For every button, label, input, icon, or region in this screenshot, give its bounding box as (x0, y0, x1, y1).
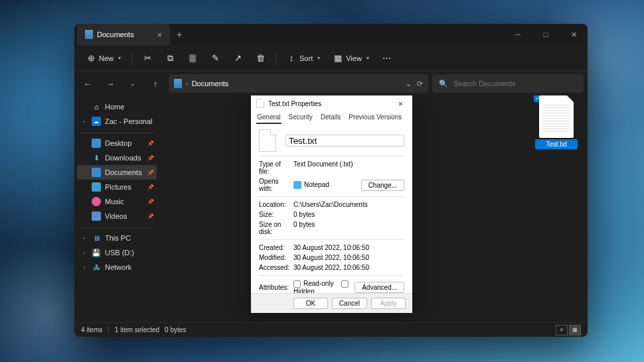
plus-circle-icon: ⊕ (86, 54, 96, 63)
new-tab-button[interactable]: + (177, 29, 182, 40)
advanced-button[interactable]: Advanced... (355, 282, 404, 293)
view-button[interactable]: ▦View▾ (328, 50, 374, 66)
search-bar[interactable]: 🔍 (432, 74, 584, 93)
file-name-label: Test.txt (535, 139, 578, 149)
size-value: 0 bytes (293, 211, 404, 218)
up-button[interactable]: ↑ (146, 74, 165, 93)
chevron-right-icon[interactable]: › (81, 119, 88, 125)
search-icon: 🔍 (439, 80, 448, 88)
sidebar-item-pictures[interactable]: Pictures📌 (77, 180, 157, 194)
dialog-close-button[interactable]: × (394, 97, 407, 110)
ok-button[interactable]: OK (293, 298, 328, 309)
tab-close-icon[interactable]: × (157, 30, 162, 40)
downloads-icon: ⬇ (92, 153, 101, 162)
hidden-label: Hidden (293, 288, 315, 293)
type-label: Type of file: (259, 160, 291, 175)
opens-with-value: Notepad (304, 181, 329, 188)
sidebar: ⌂Home ›☁Zac - Personal Desktop📌 ⬇Downloa… (74, 95, 159, 322)
created-value: 30 August 2022, 10:06:50 (293, 244, 404, 251)
filename-input[interactable] (285, 135, 404, 147)
copy-button[interactable]: ⧉ (160, 50, 180, 66)
change-button[interactable]: Change... (361, 180, 404, 191)
minimize-button[interactable]: ─ (504, 24, 532, 45)
readonly-checkbox[interactable] (293, 280, 301, 288)
cancel-button[interactable]: Cancel (332, 298, 367, 309)
share-button[interactable]: ↗ (228, 50, 248, 66)
status-selected: 1 item selected (115, 326, 159, 333)
tab-documents[interactable]: Documents × (77, 24, 170, 45)
created-label: Created: (259, 244, 291, 251)
titlebar: Documents × + ─ □ ✕ (74, 24, 588, 45)
file-explorer-window: Documents × + ─ □ ✕ ⊕New▾ ✂ ⧉ 📋 ✎ ↗ 🗑 ↕S… (74, 24, 588, 337)
chevron-right-icon: › (186, 81, 188, 87)
maximize-button[interactable]: □ (532, 24, 560, 45)
sidebar-item-videos[interactable]: Videos📌 (77, 209, 157, 223)
tab-details[interactable]: Details (320, 111, 342, 124)
sort-button[interactable]: ↕Sort▾ (282, 50, 325, 66)
toolbar: ⊕New▾ ✂ ⧉ 📋 ✎ ↗ 🗑 ↕Sort▾ ▦View▾ ⋯ (74, 45, 588, 72)
forward-button[interactable]: → (101, 74, 120, 93)
chevron-right-icon[interactable]: › (81, 265, 88, 271)
home-icon: ⌂ (92, 102, 101, 111)
paste-button[interactable]: 📋 (183, 50, 202, 66)
dialog-tabs: General Security Details Previous Versio… (251, 111, 412, 124)
dialog-title: Test.txt Properties (268, 100, 321, 107)
dialog-titlebar[interactable]: Test.txt Properties × (251, 95, 412, 111)
music-icon (92, 197, 101, 206)
chevron-right-icon[interactable]: › (81, 235, 88, 241)
close-window-button[interactable]: ✕ (560, 24, 588, 45)
sidebar-item-usb[interactable]: ›💾USB (D:) (77, 245, 157, 260)
chevron-down-icon: ▾ (118, 55, 121, 61)
sidebar-item-desktop[interactable]: Desktop📌 (77, 136, 157, 151)
documents-icon (92, 168, 101, 177)
more-button[interactable]: ⋯ (377, 50, 397, 66)
sidebar-item-documents[interactable]: Documents📌 (77, 165, 157, 180)
sidebar-item-network[interactable]: ›🖧Network (77, 260, 157, 274)
onedrive-icon: ☁ (92, 117, 101, 126)
sidebar-item-onedrive[interactable]: ›☁Zac - Personal (77, 114, 157, 129)
recent-button[interactable]: ⌄ (123, 74, 142, 93)
attributes-label: Attributes: (259, 284, 291, 291)
file-thumbnail (539, 95, 574, 138)
file-large-icon (259, 129, 276, 152)
pictures-icon (92, 182, 101, 192)
videos-icon (92, 211, 101, 221)
new-button[interactable]: ⊕New▾ (81, 50, 126, 66)
tab-previous-versions[interactable]: Previous Versions (348, 111, 402, 124)
breadcrumb[interactable]: Documents (192, 80, 229, 88)
pin-icon: 📌 (147, 184, 154, 190)
dialog-footer: OK Cancel Apply (251, 293, 412, 313)
tab-general[interactable]: General (256, 111, 282, 124)
delete-button[interactable]: 🗑 (250, 50, 270, 66)
cut-button[interactable]: ✂ (137, 50, 157, 66)
back-button[interactable]: ← (78, 74, 97, 93)
desktop-icon (92, 139, 101, 148)
window-controls: ─ □ ✕ (504, 24, 588, 45)
modified-label: Modified: (259, 254, 291, 261)
content-pane[interactable]: ✓ Test.txt Test.txt Properties × General… (159, 95, 588, 322)
rename-button[interactable]: ✎ (205, 50, 225, 66)
properties-dialog: Test.txt Properties × General Security D… (251, 95, 412, 313)
file-item[interactable]: ✓ Test.txt (535, 95, 578, 149)
chevron-down-icon[interactable]: ⌄ (406, 80, 412, 88)
more-icon: ⋯ (382, 54, 392, 63)
scissors-icon: ✂ (143, 54, 152, 63)
modified-value: 30 August 2022, 10:06:50 (293, 254, 404, 261)
chevron-right-icon[interactable]: › (81, 250, 88, 256)
tab-security[interactable]: Security (288, 111, 313, 124)
hidden-checkbox[interactable] (341, 280, 349, 288)
address-bar[interactable]: › Documents ⌄ ⟳ (169, 74, 428, 93)
view-icon: ▦ (333, 54, 343, 63)
apply-button[interactable]: Apply (371, 298, 406, 309)
sidebar-item-thispc[interactable]: ›🖥This PC (77, 231, 157, 245)
status-bar: 4 items | 1 item selected 0 bytes ≡ ▦ (74, 322, 588, 337)
sidebar-item-home[interactable]: ⌂Home (77, 99, 157, 114)
copy-icon: ⧉ (165, 54, 175, 63)
details-view-button[interactable]: ≡ (556, 325, 568, 335)
refresh-icon[interactable]: ⟳ (417, 80, 423, 88)
icons-view-button[interactable]: ▦ (569, 325, 581, 335)
sidebar-item-downloads[interactable]: ⬇Downloads📌 (77, 151, 157, 165)
pc-icon: 🖥 (92, 233, 101, 243)
sidebar-item-music[interactable]: Music📌 (77, 194, 157, 209)
search-input[interactable] (453, 80, 577, 88)
